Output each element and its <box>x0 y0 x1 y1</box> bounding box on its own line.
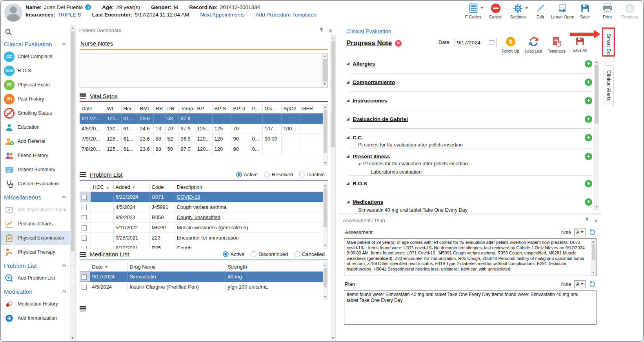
column-header[interactable]: PR <box>165 104 178 113</box>
add-procedure-templates-link[interactable]: Add Procedure Templates <box>256 12 317 18</box>
scroll-up-icon[interactable] <box>595 60 599 64</box>
filter-active[interactable]: Active <box>223 251 244 257</box>
expander-icon[interactable] <box>346 155 349 158</box>
scroll-up-icon[interactable] <box>323 54 327 59</box>
expander-icon[interactable] <box>358 163 360 165</box>
scroll-up-icon[interactable] <box>331 36 335 41</box>
vitals-row[interactable]: 7/8/20... 125... 61... 23.6 88 50 97.0 1… <box>80 144 324 154</box>
add-icon[interactable] <box>585 134 592 141</box>
filter-active[interactable]: Active <box>236 172 258 177</box>
assessment-textbox[interactable]: Male patient of 29 year(s) of age comes … <box>344 238 597 276</box>
sidebar-item-add-referral[interactable]: Add Referral <box>1 134 70 148</box>
undo-icon[interactable] <box>589 228 596 236</box>
problem-row[interactable]: 9/28/2021 Z23 Encounter for immunization <box>80 232 324 243</box>
next-section-menu-icon[interactable] <box>80 306 86 311</box>
filter-cancelled[interactable]: Cancelled <box>294 251 325 257</box>
assessment-scrollbar[interactable] <box>591 239 596 276</box>
scroll-up-icon[interactable] <box>323 263 327 268</box>
scroll-down-icon[interactable] <box>323 294 327 299</box>
remove-note-icon[interactable] <box>395 40 402 47</box>
scroll-down-icon[interactable] <box>331 336 335 340</box>
sidebar-item-physical-examination[interactable]: Physical Examination <box>1 231 70 245</box>
progress-note-scrollbar[interactable] <box>594 59 599 210</box>
filter-resolved[interactable]: Resolved <box>264 172 293 177</box>
scroll-thumb[interactable] <box>324 268 327 287</box>
vitals-menu-icon[interactable] <box>80 93 86 99</box>
previous-button[interactable]: Previous <box>619 2 641 19</box>
nurse-notes-scrollbar[interactable] <box>322 53 327 87</box>
scroll-up-icon[interactable] <box>323 183 327 188</box>
problems-menu-icon[interactable] <box>80 172 86 177</box>
sidebar-item-chief-complaint[interactable]: CC Chief Complaint <box>1 49 70 64</box>
section-title[interactable]: Instrucciones <box>353 98 387 104</box>
vitals-row[interactable]: 4/5/20... 130... 61... 24.6 13 70 97.9 1… <box>80 123 324 134</box>
column-header[interactable]: Date <box>80 104 105 113</box>
dropdown-caret-icon[interactable] <box>480 7 484 9</box>
filter-discontinued[interactable]: Discontinued <box>251 251 288 257</box>
column-header[interactable]: RR <box>153 104 165 113</box>
scroll-down-icon[interactable] <box>595 204 599 209</box>
section-entry[interactable]: Simvastatin 40 mg oral tablet Take One E… <box>358 207 468 213</box>
row-checkbox[interactable] <box>82 205 87 210</box>
date-input[interactable]: 9/17/2024 <box>455 38 497 47</box>
add-icon[interactable] <box>585 180 592 187</box>
search-icon[interactable] <box>5 28 70 38</box>
row-checkbox[interactable] <box>82 236 87 241</box>
font-button[interactable]: A <box>574 280 586 288</box>
column-header[interactable]: BP:D <box>231 104 250 113</box>
sidebar-section-problem-list[interactable]: Problem List <box>1 260 70 271</box>
expander-icon[interactable] <box>346 200 349 203</box>
sidebar-item-past-history[interactable]: PH Past History <box>1 92 70 106</box>
expander-icon[interactable] <box>346 117 349 121</box>
scroll-up-icon[interactable] <box>591 240 596 244</box>
undo-icon[interactable] <box>589 280 596 288</box>
scroll-thumb[interactable] <box>71 31 75 251</box>
sidebar-item-smoking-status[interactable]: Smoking Status <box>1 106 70 120</box>
column-header-added[interactable]: Added <box>113 183 149 192</box>
column-header[interactable]: Wt <box>105 104 121 113</box>
save-as-button[interactable]: Save As <box>570 36 589 53</box>
column-header-hcc[interactable]: HCC <box>91 183 113 192</box>
insurance-link[interactable]: TRIPLE S <box>58 12 81 18</box>
problem-row[interactable]: 8/10/2021 R05 Cough <box>80 243 324 249</box>
column-header-drug[interactable]: Drug Name <box>127 262 226 271</box>
sidebar-item-education[interactable]: Education <box>1 120 70 134</box>
scroll-thumb[interactable] <box>324 110 327 153</box>
section-title[interactable]: C.C. <box>353 135 363 141</box>
expander-icon[interactable] <box>346 182 349 185</box>
f-codes-button[interactable]: F Codes <box>462 2 484 19</box>
add-icon[interactable] <box>585 198 592 206</box>
add-icon[interactable] <box>585 115 592 123</box>
problem-row[interactable]: 5/21/2024 U071 COVID-19 <box>80 192 324 202</box>
sidebar-item-patient-summary[interactable]: Patient Summary <box>1 163 70 177</box>
print-button[interactable]: Print <box>596 2 619 19</box>
edit-button[interactable]: Edit <box>529 2 551 19</box>
expander-icon[interactable] <box>346 99 349 102</box>
scroll-thumb[interactable] <box>323 59 327 82</box>
sidebar-item-medication-history[interactable]: Medication History <box>1 297 70 311</box>
add-icon[interactable] <box>585 79 592 86</box>
sidebar-item-ros[interactable]: ROS R.O.S. <box>1 64 70 78</box>
problem-row[interactable]: 8/9/2023 R059 Cough, unspecified <box>80 212 324 222</box>
settings-button[interactable]: Settings <box>507 2 529 19</box>
row-checkbox[interactable] <box>82 274 87 280</box>
info-icon[interactable] <box>85 4 91 10</box>
vitals-row[interactable]: 7/9/20... 125... 61... 23.6 88 52 96.9 1… <box>80 134 324 144</box>
sidebar-item-custom-evaluation[interactable]: Custom Evaluation <box>1 177 70 191</box>
vitals-row[interactable]: 9/17/2... 125... 61... 23.6 68 97.9 <box>80 113 324 123</box>
calendar-icon[interactable] <box>489 39 495 46</box>
section-entry[interactable]: Pt comes for f/u evaluation after pellet… <box>358 142 463 148</box>
filter-inactive[interactable]: Inactive <box>299 172 325 177</box>
sidebar-section-miscellaneous[interactable]: Miscellaneous <box>1 192 70 203</box>
sidebar-item-pediatric-charts[interactable]: Pediatric Charts <box>1 217 70 231</box>
close-icon[interactable]: × <box>329 27 332 33</box>
section-title[interactable]: R.O.S <box>353 181 367 187</box>
scroll-up-icon[interactable] <box>71 26 75 31</box>
problem-row[interactable]: 4/5/2024 J45991 Cough variant asthma <box>80 202 324 212</box>
column-header-description[interactable]: Description <box>175 183 324 192</box>
scroll-thumb[interactable] <box>324 188 327 227</box>
problems-scrollbar[interactable] <box>323 183 328 249</box>
column-header[interactable]: Hei... <box>121 104 138 113</box>
medications-menu-icon[interactable] <box>80 252 86 257</box>
save-button[interactable]: Save <box>574 2 596 19</box>
